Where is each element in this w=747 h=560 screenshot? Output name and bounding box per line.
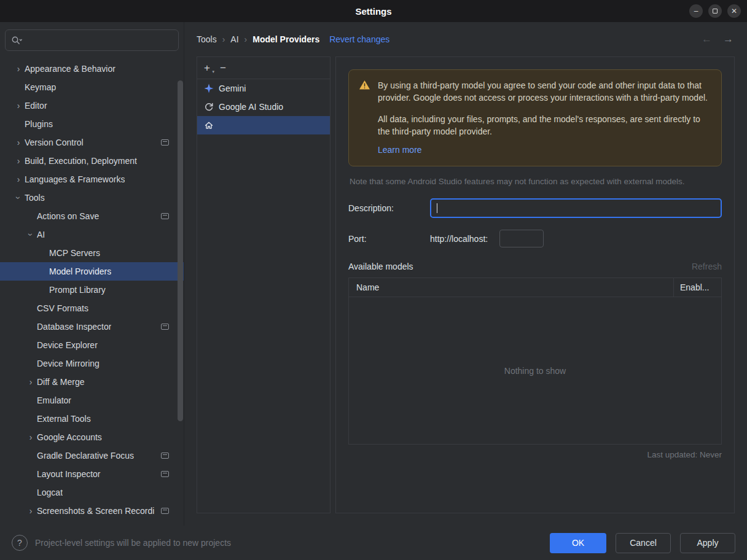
- column-header-name[interactable]: Name: [349, 278, 673, 297]
- sidebar-item-languages-frameworks[interactable]: ›Languages & Frameworks: [0, 170, 184, 189]
- description-row: Description:: [348, 198, 722, 218]
- sidebar-item-csv-formats[interactable]: CSV Formats: [0, 299, 184, 317]
- chevron-right-icon[interactable]: ›: [12, 175, 25, 184]
- settings-window: Settings – ✕ ›Appearance & BehaviorKeyma…: [0, 0, 747, 560]
- help-button[interactable]: ?: [12, 535, 28, 551]
- gemini-icon: [203, 84, 214, 94]
- warning-paragraph-1: By using a third-party model you agree t…: [378, 79, 711, 104]
- chevron-right-icon[interactable]: ›: [25, 378, 37, 386]
- sidebar-item-diff-merge[interactable]: ›Diff & Merge: [0, 373, 184, 391]
- models-table-body: Nothing to show: [349, 297, 721, 444]
- refresh-button[interactable]: Refresh: [692, 262, 722, 271]
- add-dropdown-caret-icon: ▾: [212, 69, 214, 74]
- sidebar-item-build-execution-deployment[interactable]: ›Build, Execution, Deployment: [0, 152, 184, 170]
- sidebar-item-label: CSV Formats: [37, 303, 88, 313]
- sidebar-item-google-accounts[interactable]: ›Google Accounts: [0, 428, 184, 446]
- add-provider-button[interactable]: +▾: [204, 63, 210, 73]
- sidebar-item-database-inspector[interactable]: Database Inspector: [0, 317, 184, 336]
- sidebar-item-device-mirroring[interactable]: Device Mirroring: [0, 354, 184, 373]
- cancel-button[interactable]: Cancel: [616, 533, 671, 553]
- maximize-icon: [713, 9, 718, 14]
- provider-panel: +▾ − GeminiGoogle AI Studio: [197, 56, 330, 513]
- maximize-button[interactable]: [708, 4, 722, 18]
- apply-button[interactable]: Apply: [680, 533, 735, 553]
- sidebar-item-label: Prompt Library: [49, 285, 106, 295]
- sidebar-item-mcp-servers[interactable]: MCP Servers: [0, 244, 184, 262]
- sidebar-item-device-explorer[interactable]: Device Explorer: [0, 336, 184, 354]
- sidebar-item-label: Database Inspector: [37, 322, 111, 332]
- sidebar-item-screenshots-screen-recordi[interactable]: ›Screenshots & Screen Recordi: [0, 502, 184, 520]
- provider-item-home[interactable]: [197, 116, 330, 134]
- screen-badge-icon: [161, 471, 169, 477]
- sidebar-item-layout-inspector[interactable]: Layout Inspector: [0, 465, 184, 483]
- sidebar-item-prompt-library[interactable]: Prompt Library: [0, 281, 184, 299]
- port-input[interactable]: [499, 230, 544, 247]
- chevron-down-icon[interactable]: ›: [26, 228, 35, 241]
- sidebar-item-model-providers[interactable]: Model Providers: [0, 262, 184, 281]
- chevron-right-icon[interactable]: ›: [25, 507, 37, 515]
- window-title: Settings: [355, 6, 391, 17]
- chevron-down-icon[interactable]: ›: [14, 192, 23, 204]
- close-button[interactable]: ✕: [727, 4, 741, 18]
- chevron-right-icon[interactable]: ›: [12, 101, 25, 110]
- description-input[interactable]: [430, 198, 722, 218]
- footer-hint: Project-level settings will be applied t…: [35, 538, 231, 548]
- chevron-right-icon[interactable]: ›: [12, 64, 25, 73]
- breadcrumb-item-tools[interactable]: Tools: [197, 34, 217, 44]
- empty-table-text: Nothing to show: [504, 366, 566, 376]
- sidebar-item-version-control[interactable]: ›Version Control: [0, 133, 184, 152]
- screen-badge-icon: [161, 213, 169, 219]
- sidebar-item-keymap[interactable]: Keymap: [0, 78, 184, 96]
- revert-changes-link[interactable]: Revert changes: [329, 34, 389, 44]
- search-input[interactable]: [5, 29, 179, 51]
- column-header-enabled[interactable]: Enabl...: [673, 278, 721, 297]
- sidebar-item-label: Device Explorer: [37, 340, 98, 350]
- sidebar-item-actions-on-save[interactable]: Actions on Save: [0, 207, 184, 225]
- sidebar-item-label: Appearance & Behavior: [25, 64, 115, 74]
- sidebar-item-logcat[interactable]: Logcat: [0, 483, 184, 502]
- sidebar-item-emulator[interactable]: Emulator: [0, 391, 184, 410]
- sidebar-item-tools[interactable]: ›Tools: [0, 189, 184, 207]
- sidebar-item-label: Layout Inspector: [37, 469, 101, 479]
- back-arrow-icon[interactable]: ←: [702, 33, 712, 45]
- screen-badge-icon: [161, 139, 169, 146]
- minimize-button[interactable]: –: [689, 4, 703, 18]
- chevron-right-icon[interactable]: ›: [12, 157, 25, 165]
- ok-button[interactable]: OK: [550, 533, 606, 553]
- remove-provider-button[interactable]: −: [220, 63, 226, 73]
- models-table: Name Enabl... Nothing to show: [348, 278, 722, 445]
- learn-more-link[interactable]: Learn more: [378, 145, 422, 155]
- home-icon: [203, 120, 214, 131]
- sidebar-item-label: Editor: [25, 101, 47, 111]
- sidebar-item-ai[interactable]: ›AI: [0, 225, 184, 244]
- breadcrumb-item-model-providers[interactable]: Model Providers: [252, 34, 319, 44]
- sidebar-item-label: Build, Execution, Deployment: [25, 156, 137, 166]
- model-providers-content: +▾ − GeminiGoogle AI Studio: [184, 56, 747, 526]
- chevron-right-icon[interactable]: ›: [25, 433, 37, 441]
- third-party-warning-banner: By using a third-party model you agree t…: [348, 69, 722, 166]
- sidebar-item-label: Diff & Merge: [37, 377, 85, 387]
- provider-item-label: Gemini: [219, 84, 246, 93]
- warning-text: By using a third-party model you agree t…: [378, 79, 711, 156]
- provider-item-gemini[interactable]: Gemini: [197, 79, 330, 98]
- sidebar-item-appearance-behavior[interactable]: ›Appearance & Behavior: [0, 60, 184, 78]
- chevron-right-icon[interactable]: ›: [12, 138, 25, 147]
- sidebar-item-editor[interactable]: ›Editor: [0, 96, 184, 115]
- sidebar-item-label: Gradle Declarative Focus: [37, 451, 134, 461]
- screen-badge-icon: [161, 453, 169, 459]
- sidebar-item-label: MCP Servers: [49, 248, 100, 258]
- sidebar-item-label: Logcat: [37, 488, 63, 497]
- provider-item-google-ai-studio[interactable]: Google AI Studio: [197, 98, 330, 116]
- sidebar-scrollbar[interactable]: [178, 80, 183, 421]
- port-row: Port: http://localhost:: [348, 230, 722, 247]
- models-table-header: Name Enabl...: [349, 278, 721, 297]
- sidebar-item-label: Emulator: [37, 395, 71, 405]
- settings-main: Tools›AI›Model Providers Revert changes …: [184, 22, 747, 526]
- sidebar-item-label: Model Providers: [49, 266, 111, 276]
- breadcrumb-item-ai[interactable]: AI: [230, 34, 238, 44]
- sidebar-item-external-tools[interactable]: External Tools: [0, 410, 184, 428]
- sidebar-item-plugins[interactable]: Plugins: [0, 115, 184, 133]
- provider-list: GeminiGoogle AI Studio: [197, 79, 330, 134]
- forward-arrow-icon[interactable]: →: [723, 33, 733, 45]
- sidebar-item-gradle-declarative-focus[interactable]: Gradle Declarative Focus: [0, 446, 184, 465]
